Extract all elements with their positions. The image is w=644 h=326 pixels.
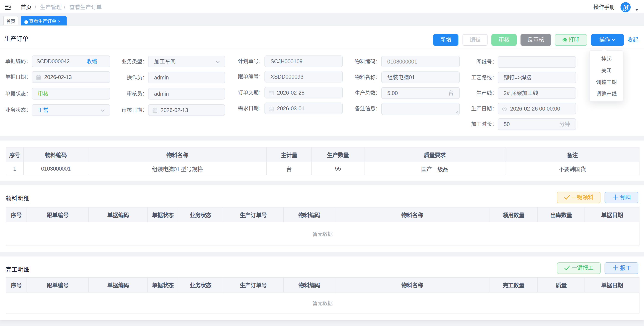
svg-text:M: M xyxy=(623,3,629,11)
